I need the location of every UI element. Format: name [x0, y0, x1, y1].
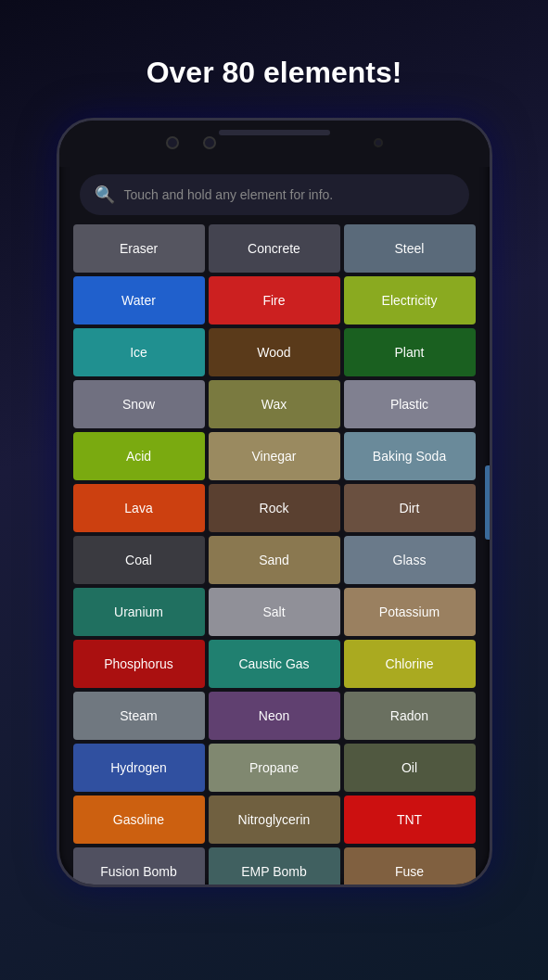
element-cell[interactable]: Propane [209, 744, 340, 792]
element-cell[interactable]: Steel [344, 224, 476, 273]
element-cell[interactable]: Oil [344, 744, 476, 792]
element-cell[interactable]: Electricity [344, 276, 476, 325]
camera-left [166, 136, 179, 149]
element-cell[interactable]: Radon [344, 692, 476, 740]
element-cell[interactable]: TNT [344, 795, 476, 844]
phone-sensor [374, 138, 383, 147]
element-cell[interactable]: Dirt [344, 484, 476, 532]
element-cell[interactable]: Nitroglycerin [209, 795, 340, 844]
element-cell[interactable]: Hydrogen [73, 744, 205, 792]
element-cell[interactable]: Salt [209, 588, 340, 636]
element-cell[interactable]: Fire [209, 276, 340, 325]
elements-grid: EraserConcreteSteelWaterFireElectricityI… [73, 224, 476, 885]
element-cell[interactable]: Sand [209, 536, 340, 584]
element-cell[interactable]: Fusion Bomb [73, 847, 205, 885]
elements-scroll[interactable]: EraserConcreteSteelWaterFireElectricityI… [59, 224, 490, 885]
search-icon: 🔍 [95, 185, 115, 205]
element-cell[interactable]: Steam [73, 692, 205, 740]
element-cell[interactable]: Coal [73, 536, 205, 584]
scroll-indicator[interactable] [485, 465, 490, 540]
element-cell[interactable]: Wax [209, 380, 340, 428]
search-placeholder: Touch and hold any element for info. [124, 187, 334, 202]
element-cell[interactable]: Gasoline [73, 795, 205, 844]
element-cell[interactable]: Caustic Gas [209, 640, 340, 688]
element-cell[interactable]: Fuse [344, 847, 476, 885]
element-cell[interactable]: Plant [344, 328, 476, 376]
element-cell[interactable]: Ice [73, 328, 205, 376]
phone-frame: 🔍 Touch and hold any element for info. E… [57, 118, 492, 887]
phone-notch [219, 130, 330, 135]
search-bar[interactable]: 🔍 Touch and hold any element for info. [80, 174, 469, 215]
phone-top-bar [59, 121, 490, 167]
element-cell[interactable]: Phosphorus [73, 640, 205, 688]
element-cell[interactable]: Uranium [73, 588, 205, 636]
element-cell[interactable]: Potassium [344, 588, 476, 636]
element-cell[interactable]: Water [73, 276, 205, 325]
element-cell[interactable]: Eraser [73, 224, 205, 273]
element-cell[interactable]: Vinegar [209, 432, 340, 480]
element-cell[interactable]: Lava [73, 484, 205, 532]
element-cell[interactable]: Neon [209, 692, 340, 740]
element-cell[interactable]: Acid [73, 432, 205, 480]
element-cell[interactable]: EMP Bomb [209, 847, 340, 885]
element-cell[interactable]: Baking Soda [344, 432, 476, 480]
element-cell[interactable]: Chlorine [344, 640, 476, 688]
element-cell[interactable]: Glass [344, 536, 476, 584]
element-cell[interactable]: Plastic [344, 380, 476, 428]
page-title: Over 80 elements! [147, 56, 402, 90]
element-cell[interactable]: Rock [209, 484, 340, 532]
element-cell[interactable]: Wood [209, 328, 340, 376]
camera-right [203, 136, 216, 149]
element-cell[interactable]: Concrete [209, 224, 340, 273]
element-cell[interactable]: Snow [73, 380, 205, 428]
